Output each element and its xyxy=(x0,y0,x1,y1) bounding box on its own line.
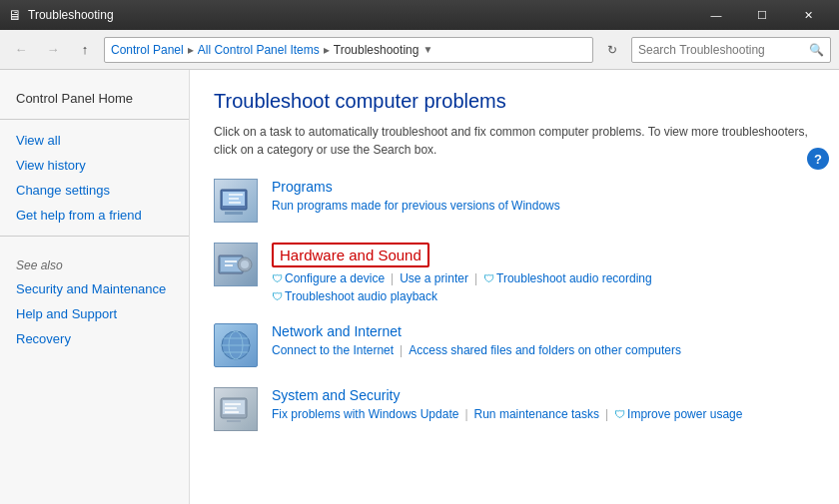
troubleshoot-audio-recording-link[interactable]: Troubleshoot audio recording xyxy=(496,271,652,285)
app-icon: 🖥 xyxy=(8,7,22,23)
hardware-links-2: 🛡 Troubleshoot audio playback xyxy=(272,289,815,303)
maintenance-tasks-link[interactable]: Run maintenance tasks xyxy=(474,407,599,421)
system-title[interactable]: System and Security xyxy=(272,387,815,403)
svg-rect-10 xyxy=(225,260,237,262)
page-description: Click on a task to automatically trouble… xyxy=(214,123,815,159)
svg-rect-5 xyxy=(229,202,241,204)
svg-point-9 xyxy=(241,260,249,268)
system-icon xyxy=(214,387,258,431)
sidebar-divider-1 xyxy=(0,119,189,120)
up-button[interactable]: ↑ xyxy=(72,37,98,63)
hardware-title[interactable]: Hardware and Sound xyxy=(272,243,429,267)
back-button[interactable]: ← xyxy=(8,37,34,63)
network-title[interactable]: Network and Internet xyxy=(272,323,815,339)
windows-update-link[interactable]: Fix problems with Windows Update xyxy=(272,407,458,421)
sidebar-divider-2 xyxy=(0,236,189,237)
breadcrumb-bar: Control Panel ▸ All Control Panel Items … xyxy=(104,37,593,63)
category-system: System and Security Fix problems with Wi… xyxy=(214,387,815,431)
sidebar-see-also-label: See also xyxy=(0,245,189,276)
power-usage-link[interactable]: Improve power usage xyxy=(627,407,742,421)
hardware-icon xyxy=(214,243,258,286)
svg-rect-2 xyxy=(225,212,243,215)
page-title: Troubleshoot computer problems xyxy=(214,90,815,113)
access-shared-files-link[interactable]: Access shared files and folders on other… xyxy=(409,343,681,357)
search-box: 🔍 xyxy=(631,37,831,63)
category-programs: Programs Run programs made for previous … xyxy=(214,179,815,223)
configure-device-link[interactable]: Configure a device xyxy=(285,271,385,285)
network-content: Network and Internet Connect to the Inte… xyxy=(272,323,815,357)
programs-subtitle-link[interactable]: Run programs made for previous versions … xyxy=(272,199,560,213)
sidebar-item-help-support[interactable]: Help and Support xyxy=(0,301,189,326)
sidebar-item-security[interactable]: Security and Maintenance xyxy=(0,276,189,301)
troubleshoot-audio-playback-link[interactable]: Troubleshoot audio playback xyxy=(285,289,437,303)
search-icon: 🔍 xyxy=(809,43,824,57)
programs-icon xyxy=(214,179,258,223)
title-bar: 🖥 Troubleshooting — ☐ ✕ xyxy=(0,0,839,30)
shield-icon-4: 🛡 xyxy=(614,408,625,420)
use-printer-link[interactable]: Use a printer xyxy=(400,271,468,285)
breadcrumb-current: Troubleshooting xyxy=(334,43,420,57)
help-button[interactable]: ? xyxy=(807,148,829,170)
network-links: Connect to the Internet | Access shared … xyxy=(272,343,815,357)
content-area: Troubleshoot computer problems Click on … xyxy=(190,70,839,504)
sidebar-item-get-help[interactable]: Get help from a friend xyxy=(0,203,189,228)
svg-rect-20 xyxy=(225,403,241,405)
connect-internet-link[interactable]: Connect to the Internet xyxy=(272,343,394,357)
svg-rect-11 xyxy=(225,264,233,266)
svg-rect-21 xyxy=(225,407,237,409)
svg-rect-4 xyxy=(229,198,239,200)
shield-icon-2: 🛡 xyxy=(483,272,494,284)
breadcrumb-control-panel[interactable]: Control Panel xyxy=(111,43,184,57)
hardware-content: Hardware and Sound 🛡 Configure a device … xyxy=(272,243,815,303)
svg-rect-22 xyxy=(225,411,239,413)
sidebar-item-recovery[interactable]: Recovery xyxy=(0,326,189,351)
sidebar: Control Panel Home View all View history… xyxy=(0,70,190,504)
refresh-button[interactable]: ↻ xyxy=(599,37,625,63)
shield-icon-3: 🛡 xyxy=(272,290,283,302)
programs-content: Programs Run programs made for previous … xyxy=(272,179,815,213)
category-network: Network and Internet Connect to the Inte… xyxy=(214,323,815,367)
breadcrumb-all-items[interactable]: All Control Panel Items xyxy=(198,43,320,57)
system-links: Fix problems with Windows Update | Run m… xyxy=(272,407,815,421)
sidebar-item-view-history[interactable]: View history xyxy=(0,153,189,178)
hardware-links: 🛡 Configure a device | Use a printer | 🛡… xyxy=(272,271,815,285)
network-icon xyxy=(214,323,258,367)
svg-rect-3 xyxy=(229,194,243,196)
svg-rect-19 xyxy=(227,420,241,422)
programs-title[interactable]: Programs xyxy=(272,179,815,195)
title-bar-text: Troubleshooting xyxy=(28,8,693,22)
forward-button[interactable]: → xyxy=(40,37,66,63)
programs-subtitle: Run programs made for previous versions … xyxy=(272,199,815,213)
minimize-button[interactable]: — xyxy=(693,0,739,30)
main-layout: Control Panel Home View all View history… xyxy=(0,70,839,504)
maximize-button[interactable]: ☐ xyxy=(739,0,785,30)
category-hardware: Hardware and Sound 🛡 Configure a device … xyxy=(214,243,815,303)
breadcrumb-dropdown-icon[interactable]: ▼ xyxy=(422,44,432,55)
sidebar-item-view-all[interactable]: View all xyxy=(0,128,189,153)
sidebar-control-panel-home-label: Control Panel Home xyxy=(0,86,189,111)
system-content: System and Security Fix problems with Wi… xyxy=(272,387,815,421)
shield-icon-1: 🛡 xyxy=(272,272,283,284)
close-button[interactable]: ✕ xyxy=(785,0,831,30)
search-input[interactable] xyxy=(638,43,809,57)
address-bar: ← → ↑ Control Panel ▸ All Control Panel … xyxy=(0,30,839,70)
title-bar-controls: — ☐ ✕ xyxy=(693,0,831,30)
sidebar-item-change-settings[interactable]: Change settings xyxy=(0,178,189,203)
